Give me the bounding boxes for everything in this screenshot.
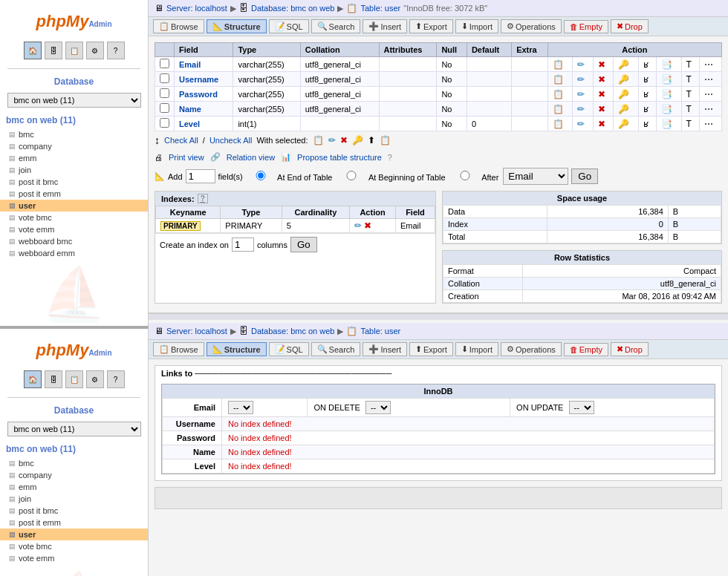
sidebar-query-icon[interactable]: 📋 (65, 42, 83, 59)
email-fk-table-select[interactable]: -- (228, 401, 253, 414)
action-primary-username[interactable]: 🔑 (618, 74, 629, 85)
relation-view-link[interactable]: Relation view (227, 153, 275, 162)
sidebar-settings-icon[interactable]: ⚙ (86, 42, 104, 59)
action-more-name[interactable]: ⋯ (704, 104, 713, 114)
field-link-password[interactable]: Password (179, 90, 218, 99)
row-checkbox-email[interactable] (160, 59, 169, 68)
action-browse-level[interactable]: 📋 (553, 119, 564, 129)
action-browse-password[interactable]: 📋 (553, 89, 564, 99)
create-index-input[interactable] (232, 238, 254, 252)
sidebar-item-company[interactable]: ▤company (0, 140, 148, 152)
email-on-delete-select[interactable]: -- (365, 401, 391, 414)
action-index-level[interactable]: 📑 (661, 119, 672, 129)
check-all-link[interactable]: Check All (164, 136, 198, 145)
uncheck-all-link[interactable]: Uncheck All (209, 136, 252, 145)
indexes-help-link[interactable]: ? (198, 194, 208, 203)
with-selected-export[interactable]: ⬆ (368, 135, 375, 145)
database-link[interactable]: Database: bmc on web (251, 4, 335, 13)
action-primary-password[interactable]: 🔑 (618, 89, 629, 99)
sidebar-item-vote-emm[interactable]: ▤vote emm (0, 223, 148, 235)
action-fulltext-username[interactable]: T (686, 74, 692, 85)
sidebar-home-icon-2[interactable]: 🏠 (24, 370, 42, 388)
empty-btn-2[interactable]: 🗑 Empty (564, 343, 608, 356)
structure-btn-2[interactable]: 📐 Structure (207, 342, 267, 356)
browse-btn-1[interactable]: 📋 Browse (153, 19, 204, 33)
create-index-go-btn[interactable]: Go (290, 237, 317, 252)
sidebar2-item-vote-bmc[interactable]: ▤vote bmc (0, 540, 148, 552)
propose-link[interactable]: Propose table structure (297, 153, 382, 162)
action-unique-username[interactable]: ʁ (643, 74, 649, 85)
sidebar-help-icon-2[interactable]: ? (107, 370, 125, 388)
import-btn-2[interactable]: ⬇ Import (455, 342, 498, 356)
sidebar-item-webboard-bmc[interactable]: ▤webboard bmc (0, 235, 148, 247)
sidebar-home-icon[interactable]: 🏠 (24, 42, 42, 59)
action-browse-name[interactable]: 📋 (553, 104, 564, 114)
field-link-level[interactable]: Level (179, 120, 200, 128)
action-delete-username[interactable]: ✖ (598, 74, 605, 85)
action-unique-email[interactable]: ʁ (643, 59, 649, 70)
action-primary-name[interactable]: 🔑 (618, 104, 629, 114)
action-fulltext-email[interactable]: T (686, 59, 692, 70)
action-index-username[interactable]: 📑 (661, 74, 672, 85)
idx-edit-primary[interactable]: ✏ (354, 220, 362, 231)
sidebar-query-icon-2[interactable]: 📋 (65, 370, 83, 388)
action-edit-email[interactable]: ✏ (577, 59, 585, 70)
with-selected-browse[interactable]: 📋 (313, 135, 324, 145)
search-btn-1[interactable]: 🔍 Search (311, 19, 361, 33)
at-beginning-radio[interactable] (337, 171, 366, 180)
action-unique-name[interactable]: ʁ (643, 104, 649, 114)
browse-btn-2[interactable]: 📋 Browse (153, 342, 204, 356)
sidebar-settings-icon-2[interactable]: ⚙ (86, 370, 104, 388)
sidebar2-item-vote-emm[interactable]: ▤vote emm (0, 552, 148, 564)
sidebar-item-postit-bmc[interactable]: ▤post it bmc (0, 176, 148, 188)
email-on-update-select[interactable]: -- (569, 401, 594, 414)
structure-btn-1[interactable]: 📐 Structure (207, 19, 267, 33)
action-index-email[interactable]: 📑 (661, 59, 672, 70)
after-field-select[interactable]: Email Username Password Name Level (503, 168, 568, 185)
action-delete-password[interactable]: ✖ (598, 89, 605, 99)
action-index-password[interactable]: 📑 (661, 89, 672, 99)
server-link-2[interactable]: Server: localhost (166, 327, 227, 336)
action-delete-email[interactable]: ✖ (598, 59, 605, 70)
database-link-2[interactable]: Database: bmc on web (251, 327, 335, 336)
add-fields-input[interactable] (186, 169, 215, 183)
search-btn-2[interactable]: 🔍 Search (311, 342, 361, 356)
sidebar2-item-company[interactable]: ▤company (0, 469, 148, 481)
action-primary-email[interactable]: 🔑 (618, 59, 629, 70)
action-unique-password[interactable]: ʁ (643, 89, 649, 99)
field-link-name[interactable]: Name (179, 105, 201, 114)
sidebar2-item-join[interactable]: ▤join (0, 493, 148, 505)
action-delete-level[interactable]: ✖ (598, 119, 605, 129)
action-fulltext-password[interactable]: T (686, 89, 692, 99)
sidebar-help-icon[interactable]: ? (107, 42, 125, 59)
insert-btn-1[interactable]: ➕ Insert (363, 19, 407, 33)
drop-btn-2[interactable]: ✖ Drop (611, 342, 649, 356)
action-fulltext-name[interactable]: T (686, 104, 692, 114)
print-view-link[interactable]: Print view (169, 153, 204, 162)
action-index-name[interactable]: 📑 (661, 104, 672, 114)
row-checkbox-username[interactable] (160, 73, 169, 83)
sidebar2-item-postit-bmc[interactable]: ▤post it bmc (0, 505, 148, 517)
table-link[interactable]: Table: user (360, 4, 400, 13)
field-link-email[interactable]: Email (179, 60, 201, 69)
row-checkbox-name[interactable] (160, 103, 169, 113)
sidebar-item-user[interactable]: ▤user (0, 200, 148, 212)
field-link-username[interactable]: Username (179, 75, 218, 84)
action-edit-password[interactable]: ✏ (577, 89, 585, 99)
sidebar-item-emm[interactable]: ▤emm (0, 152, 148, 164)
idx-delete-primary[interactable]: ✖ (364, 220, 371, 231)
database-select-2[interactable]: bmc on web (11) (7, 422, 141, 436)
at-end-radio[interactable] (246, 171, 276, 180)
action-more-level[interactable]: ⋯ (704, 119, 713, 129)
table-link-2[interactable]: Table: user (360, 327, 400, 336)
with-selected-primary[interactable]: 🔑 (352, 135, 363, 145)
drop-btn-1[interactable]: ✖ Drop (611, 19, 649, 33)
sidebar-item-webboard-emm[interactable]: ▤webboard emm (0, 247, 148, 259)
action-edit-level[interactable]: ✏ (577, 119, 585, 129)
sql-btn-2[interactable]: 📝 SQL (269, 342, 309, 356)
action-unique-level[interactable]: ʁ (643, 119, 649, 129)
sql-btn-1[interactable]: 📝 SQL (269, 19, 309, 33)
action-edit-name[interactable]: ✏ (577, 104, 585, 114)
action-browse-email[interactable]: 📋 (553, 59, 564, 70)
action-edit-username[interactable]: ✏ (577, 74, 585, 85)
